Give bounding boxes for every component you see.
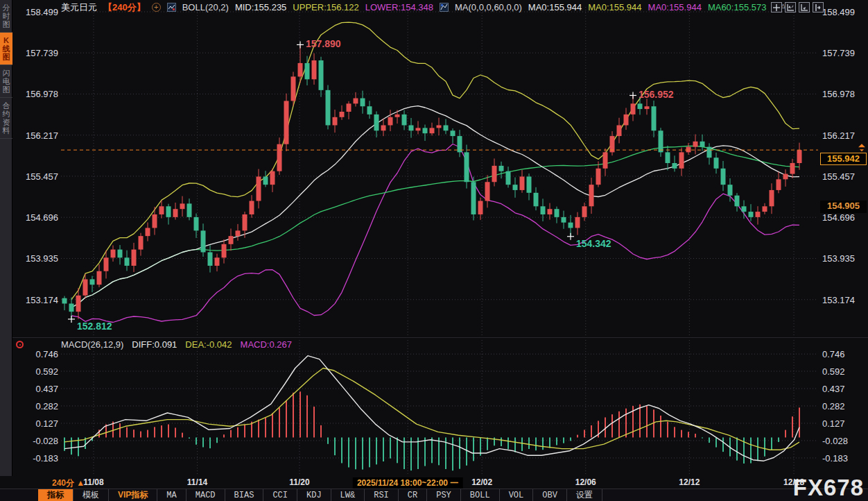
svg-text:152.812: 152.812 <box>77 321 112 332</box>
axis-label: -0.028 <box>822 436 867 446</box>
axis-label: 0.127 <box>12 418 58 429</box>
current-price-label: 155.942 <box>820 153 867 165</box>
axis-label: 153.935 <box>12 253 58 264</box>
macd-macd: MACD:0.267 <box>241 339 292 350</box>
toolbar-item-CCI[interactable]: CCI <box>263 489 297 501</box>
date-tick: 11/14 <box>187 477 207 487</box>
ma-indicator-icon[interactable] <box>440 3 449 12</box>
crosshair-move-icon[interactable] <box>771 2 782 12</box>
toolbar-item-CR[interactable]: CR <box>399 489 427 501</box>
macd-panel-icon[interactable] <box>16 341 24 348</box>
app-window: 152.812157.890154.342156.952 分 时 图K 线 图闪… <box>0 0 868 501</box>
svg-text:156.952: 156.952 <box>639 89 674 100</box>
boll-indicator-icon[interactable] <box>167 3 176 12</box>
axis-label: 153.174 <box>12 295 58 305</box>
date-tick: 12/06 <box>575 477 596 487</box>
axis-label: -0.183 <box>822 453 867 464</box>
toolbar-item-RSI[interactable]: RSI <box>365 489 399 501</box>
toolbar-item-设置[interactable]: 设置 <box>567 489 602 501</box>
time-axis: 240分 ▲ 11/0811/1411/202025/11/24 18:00~2… <box>0 476 868 489</box>
boll-upper: UPPER:156.122 <box>293 2 358 12</box>
bar-time-readout: 2025/11/24 18:00~22:00 一 <box>353 477 462 489</box>
indicator-header: 美元日元 【240分】 + BOLL(20,2) MID:155.235 UPP… <box>61 1 794 13</box>
sidebar-item-2[interactable]: 闪 电 图 <box>0 65 12 98</box>
axis-label: 156.217 <box>822 130 867 141</box>
toolbar-item-KDJ[interactable]: KDJ <box>297 489 331 501</box>
toolbar-item-VOL[interactable]: VOL <box>500 489 534 501</box>
reference-price-label: 154.905 <box>820 201 867 213</box>
date-tick: 12/12 <box>679 477 700 487</box>
axis-label: 155.457 <box>822 171 867 182</box>
axis-label: 157.739 <box>822 48 867 58</box>
axis-label: 0.592 <box>822 366 867 377</box>
boll-mid: MID:155.235 <box>235 2 286 12</box>
toolbar-item-MA[interactable]: MA <box>157 489 186 501</box>
sidebar-item-1[interactable]: K 线 图 <box>0 33 12 65</box>
chart-tool-buttons <box>771 2 824 12</box>
period-selector[interactable]: 240分 ▲ <box>52 477 85 489</box>
axis-label: 0.127 <box>822 418 867 429</box>
axis-label: -0.028 <box>12 436 58 446</box>
ma-value-1: MA0:155.944 <box>588 2 641 12</box>
toolbar-item-模板[interactable]: 模板 <box>73 489 109 501</box>
symbol-title: 美元日元 <box>61 1 97 14</box>
boll-label: BOLL(20,2) <box>182 2 229 12</box>
axis-label: 0.592 <box>12 366 58 377</box>
axis-label: 153.174 <box>822 295 867 305</box>
axis-label: 156.217 <box>12 130 58 141</box>
fx678-watermark: FX678 <box>793 475 864 501</box>
toolbar-item-指标[interactable]: 指标 <box>38 489 73 501</box>
axis-label: 0.746 <box>12 349 58 359</box>
toolbar-item-PSY[interactable]: PSY <box>427 489 461 501</box>
date-tick: 11/08 <box>83 477 103 487</box>
sidebar-item-3[interactable]: 合 约 资 料 <box>0 98 12 139</box>
sidebar-item-0[interactable]: 分 时 图 <box>0 0 12 33</box>
boll-lower: LOWER:154.348 <box>365 2 433 12</box>
macd-diff: DIFF:0.091 <box>132 339 177 350</box>
date-tick: 12/02 <box>471 477 492 487</box>
axis-label: 153.935 <box>822 253 867 264</box>
axis-label: -0.183 <box>12 453 58 464</box>
axis-label: 156.978 <box>12 89 58 99</box>
svg-text:154.342: 154.342 <box>576 238 611 249</box>
macd-dea: DEA:-0.042 <box>185 339 232 350</box>
toolbar-item-OBV[interactable]: OBV <box>533 489 567 501</box>
toolbar-item-LW&[interactable]: LW& <box>331 489 365 501</box>
axis-label: 158.499 <box>822 7 867 17</box>
date-tick: 11/20 <box>289 477 309 487</box>
ma-label: MA(0,0,0,60,0,0) <box>455 2 522 12</box>
axis-label: 0.437 <box>12 384 58 394</box>
axis-label: 0.282 <box>822 401 867 411</box>
ma-value-2: MA0:155.944 <box>648 2 702 12</box>
svg-text:157.890: 157.890 <box>306 38 341 49</box>
ma-value-0: MA0:155.944 <box>528 2 582 12</box>
toolbar-item-BIAS[interactable]: BIAS <box>225 489 264 501</box>
axis-label: 154.696 <box>822 212 867 223</box>
left-sidebar: 分 时 图K 线 图闪 电 图合 约 资 料 <box>0 0 12 476</box>
toolbar-item-MACD[interactable]: MACD <box>186 489 225 501</box>
zoom-in-chart-icon[interactable] <box>785 2 796 12</box>
zoom-out-chart-icon[interactable] <box>799 2 810 12</box>
axis-label: 154.696 <box>12 212 58 223</box>
macd-header: MACD(26,12,9) DIFF:0.091 DEA:-0.042 MACD… <box>61 339 292 350</box>
toolbar-item-BOLL[interactable]: BOLL <box>461 489 500 501</box>
ma-value-3: MA60:155.573 <box>708 2 767 12</box>
axis-label: 158.499 <box>12 7 58 17</box>
macd-title: MACD(26,12,9) <box>61 339 123 350</box>
axis-label: 0.437 <box>822 384 867 394</box>
expand-panel-icon[interactable] <box>813 2 824 12</box>
indicator-toolbar: 指标模板VIP指标MAMACDBIASCCIKDJLW&RSICRPSYBOLL… <box>0 489 868 501</box>
period-tag[interactable]: 【240分】 <box>103 1 146 14</box>
axis-label: 0.282 <box>12 401 58 411</box>
ma-values: MA0:155.944MA0:155.944MA0:155.944MA60:15… <box>528 2 794 12</box>
axis-label: 156.978 <box>822 89 867 99</box>
toolbar-item-VIP指标[interactable]: VIP指标 <box>109 489 157 501</box>
axis-label: 157.739 <box>12 48 58 58</box>
chart-canvas[interactable]: 152.812157.890154.342156.952 <box>0 0 868 501</box>
axis-label: 155.457 <box>12 171 58 182</box>
compare-plus-icon[interactable]: + <box>152 3 161 12</box>
axis-label: 0.746 <box>822 349 867 359</box>
